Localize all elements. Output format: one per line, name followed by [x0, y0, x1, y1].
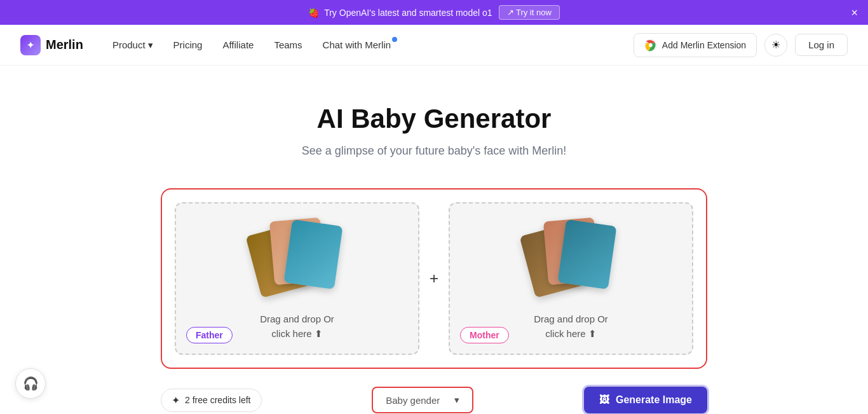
headphone-icon: 🎧 — [23, 376, 39, 391]
header: ✦ Merlin Product ▾ Pricing Affiliate Tea… — [0, 25, 868, 66]
father-upload-instructions: Drag and drop Or click here ⬆ — [260, 312, 334, 341]
header-actions: Add Merlin Extension ☀ Log in — [634, 33, 848, 57]
mother-photo-3 — [557, 219, 616, 289]
logo-text: Merlin — [46, 38, 83, 52]
father-photo-stack — [253, 216, 342, 305]
banner-emoji: 🍓 — [308, 8, 319, 18]
page-title: AI Baby Generator — [161, 104, 707, 134]
credits-icon: ✦ — [172, 394, 180, 406]
credits-text: 2 free credits left — [185, 395, 251, 405]
try-now-button[interactable]: ↗ Try it now — [499, 5, 560, 20]
generate-icon: 🖼 — [599, 394, 609, 406]
father-photo-3 — [283, 219, 342, 289]
main-nav: Product ▾ Pricing Affiliate Teams Chat w… — [104, 34, 634, 56]
new-badge-dot — [392, 37, 397, 42]
upload-icon: ⬆ — [315, 328, 323, 339]
upload-row: Drag and drop Or click here ⬆ Father + D… — [175, 202, 693, 355]
nav-product[interactable]: Product ▾ — [104, 34, 162, 56]
add-extension-button[interactable]: Add Merlin Extension — [634, 33, 757, 57]
mother-upload-instructions: Drag and drop Or click here ⬆ — [534, 312, 608, 341]
chevron-down-icon-gender: ▾ — [454, 394, 459, 406]
logo[interactable]: ✦ Merlin — [20, 35, 83, 55]
credits-badge: ✦ 2 free credits left — [161, 389, 262, 412]
mother-photo-stack — [527, 216, 616, 305]
upload-icon-mother: ⬆ — [588, 328, 597, 339]
sun-icon: ☀ — [771, 39, 780, 51]
support-button[interactable]: 🎧 — [15, 368, 46, 399]
logo-icon: ✦ — [20, 35, 41, 55]
upload-section: Drag and drop Or click here ⬆ Father + D… — [161, 188, 707, 369]
svg-point-1 — [649, 43, 653, 47]
generate-image-button[interactable]: 🖼 Generate Image — [584, 387, 707, 413]
banner-message: 🍓 Try OpenAI's latest and smartest model… — [308, 8, 492, 18]
mother-label: Mother — [460, 327, 509, 343]
baby-gender-select[interactable]: Baby gender ▾ — [372, 387, 473, 413]
main-content: AI Baby Generator See a glimpse of your … — [148, 66, 720, 414]
nav-pricing[interactable]: Pricing — [165, 34, 212, 55]
page-subtitle: See a glimpse of your future baby's face… — [161, 144, 707, 158]
nav-teams[interactable]: Teams — [265, 34, 311, 55]
login-button[interactable]: Log in — [795, 34, 848, 56]
theme-toggle-button[interactable]: ☀ — [764, 34, 787, 57]
chevron-down-icon: ▾ — [148, 39, 153, 51]
nav-chat[interactable]: Chat with Merlin — [314, 34, 400, 55]
mother-upload-zone[interactable]: Drag and drop Or click here ⬆ Mother — [449, 202, 693, 355]
nav-affiliate[interactable]: Affiliate — [214, 34, 262, 55]
bottom-controls: ✦ 2 free credits left Baby gender ▾ 🖼 Ge… — [161, 384, 707, 414]
top-banner: 🍓 Try OpenAI's latest and smartest model… — [0, 0, 868, 25]
chrome-icon — [644, 39, 657, 52]
close-banner-button[interactable]: × — [851, 6, 858, 19]
plus-divider: + — [430, 270, 438, 287]
banner-text-content: Try OpenAI's latest and smartest model o… — [324, 8, 492, 18]
father-label: Father — [186, 327, 233, 343]
father-upload-zone[interactable]: Drag and drop Or click here ⬆ Father — [175, 202, 419, 355]
